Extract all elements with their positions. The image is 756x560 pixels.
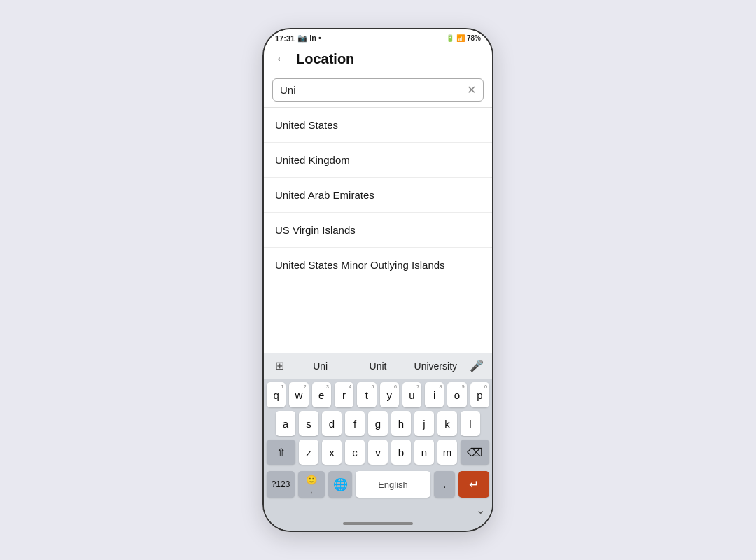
- backspace-key[interactable]: ⌫: [461, 440, 489, 465]
- space-key[interactable]: English: [356, 471, 430, 498]
- shift-key[interactable]: ⇧: [267, 440, 295, 465]
- location-item-us-minor-islands[interactable]: United States Minor Outlying Islands: [264, 248, 492, 282]
- key-e[interactable]: e3: [312, 382, 331, 407]
- key-row-3: ⇧ z x c v b n m ⌫: [267, 440, 489, 465]
- search-input[interactable]: [280, 84, 463, 96]
- emoji-key[interactable]: 🙂 ,: [298, 471, 325, 498]
- key-w[interactable]: w2: [289, 382, 308, 407]
- key-a[interactable]: a: [276, 411, 295, 436]
- status-bar-right: 🔋 📶 78%: [446, 34, 481, 42]
- key-m[interactable]: m: [438, 440, 457, 465]
- key-t[interactable]: t5: [357, 382, 376, 407]
- key-row-2: a s d f g h j k l: [267, 411, 489, 436]
- key-n[interactable]: n: [414, 440, 434, 465]
- location-list: United States United Kingdom United Arab…: [264, 108, 492, 353]
- period-key[interactable]: .: [434, 471, 455, 498]
- suggestion-uni[interactable]: Uni: [292, 358, 349, 374]
- back-button[interactable]: ←: [275, 52, 288, 66]
- grid-icon: ⊞: [267, 359, 292, 372]
- battery-percent: 78%: [467, 34, 481, 42]
- key-h[interactable]: h: [391, 411, 411, 436]
- key-x[interactable]: x: [322, 440, 342, 465]
- emoji-smile-icon: 🙂: [306, 475, 317, 485]
- status-time: 17:31: [275, 34, 295, 43]
- num-key[interactable]: ?123: [267, 471, 295, 498]
- search-bar-container: ✕: [264, 74, 492, 107]
- key-i[interactable]: i8: [425, 382, 444, 407]
- phone-frame: 17:31 📷 in • 🔋 📶 78% ← Location ✕ United…: [262, 28, 493, 532]
- suggestion-unit[interactable]: Unit: [349, 358, 406, 374]
- key-o[interactable]: o9: [447, 382, 466, 407]
- location-item-us-virgin-islands[interactable]: US Virgin Islands: [264, 213, 492, 248]
- home-indicator: [264, 518, 492, 531]
- comma-label: ,: [310, 486, 312, 494]
- key-f[interactable]: f: [345, 411, 365, 436]
- key-c[interactable]: c: [345, 440, 365, 465]
- page-title: Location: [296, 51, 354, 67]
- search-clear-button[interactable]: ✕: [463, 83, 476, 97]
- home-bar: [343, 522, 413, 525]
- status-bar: 17:31 📷 in • 🔋 📶 78%: [264, 29, 492, 46]
- key-row-1: q1 w2 e3 r4 t5 y6 u7 i8 o9 p0: [267, 382, 489, 407]
- key-g[interactable]: g: [368, 411, 388, 436]
- location-item-united-states[interactable]: United States: [264, 108, 492, 143]
- keyboard-area: ⊞ Uni Unit University 🎤 q1 w2 e3 r4 t5 y…: [264, 353, 492, 531]
- keyboard-bottom-row: ?123 🙂 , 🌐 English . ↵: [264, 470, 492, 502]
- chevron-row: ⌄: [264, 502, 492, 518]
- key-d[interactable]: d: [322, 411, 342, 436]
- key-b[interactable]: b: [391, 440, 411, 465]
- location-item-uae[interactable]: United Arab Emirates: [264, 178, 492, 213]
- globe-key[interactable]: 🌐: [328, 471, 352, 498]
- status-bar-left: 17:31 📷 in •: [275, 34, 321, 43]
- key-v[interactable]: v: [368, 440, 388, 465]
- key-y[interactable]: y6: [380, 382, 399, 407]
- key-q[interactable]: q1: [267, 382, 286, 407]
- key-z[interactable]: z: [299, 440, 318, 465]
- key-u[interactable]: u7: [402, 382, 421, 407]
- battery-icon: 🔋: [446, 34, 454, 42]
- keyboard-suggestions-bar: ⊞ Uni Unit University 🎤: [264, 353, 492, 379]
- status-icons: 📷 in •: [298, 34, 321, 43]
- key-p[interactable]: p0: [470, 382, 489, 407]
- keyboard-rows: q1 w2 e3 r4 t5 y6 u7 i8 o9 p0 a s d f g …: [264, 379, 492, 470]
- app-header: ← Location: [264, 46, 492, 74]
- chevron-down-icon[interactable]: ⌄: [476, 503, 485, 517]
- key-l[interactable]: l: [461, 411, 480, 436]
- key-j[interactable]: j: [414, 411, 434, 436]
- key-k[interactable]: k: [438, 411, 457, 436]
- key-r[interactable]: r4: [335, 382, 354, 407]
- key-s[interactable]: s: [299, 411, 318, 436]
- location-item-united-kingdom[interactable]: United Kingdom: [264, 143, 492, 178]
- suggestion-university[interactable]: University: [407, 358, 464, 374]
- enter-key[interactable]: ↵: [458, 471, 489, 498]
- mic-icon[interactable]: 🎤: [464, 359, 489, 372]
- signal-icon: 📶: [456, 34, 465, 42]
- search-bar: ✕: [272, 78, 484, 102]
